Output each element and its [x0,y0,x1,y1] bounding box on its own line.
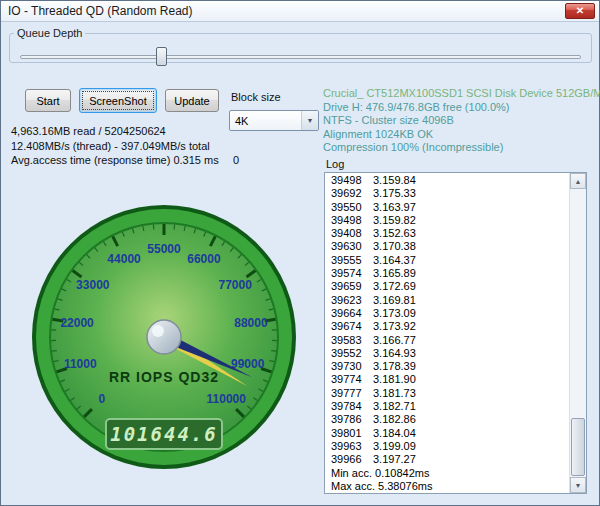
queue-depth-group: Queue Depth [9,27,592,63]
svg-text:0: 0 [98,392,105,406]
drive-title: Crucial_ CT512MX100SSD1 SCSI Disk Device… [323,87,600,101]
gauge-caption: RR IOPS QD32 [109,369,219,385]
slider-track[interactable] [20,55,581,59]
log-row[interactable]: 395503.163.97 [326,201,569,214]
block-size-select[interactable]: 4K ▼ [229,110,319,131]
slider-thumb[interactable] [156,47,167,66]
svg-text:11000: 11000 [64,357,97,371]
stat-bytes-read: 4,963.16MB read / 5204250624 [11,124,219,139]
log-row[interactable]: 395523.164.93 [326,347,569,360]
log-row[interactable]: 395553.164.37 [326,254,569,267]
block-size-label: Block size [231,91,281,103]
update-button[interactable]: Update [165,89,219,112]
svg-text:77000: 77000 [219,278,253,292]
log-row[interactable]: 394983.159.84 [326,174,569,187]
gauge-hub [147,320,181,354]
svg-text:22000: 22000 [60,316,94,330]
log-row[interactable]: 394983.159.82 [326,214,569,227]
log-summary-row[interactable]: Min acc. 0.10842ms [326,467,569,480]
log-row[interactable]: 396743.173.92 [326,320,569,333]
log-row[interactable]: 398013.184.04 [326,427,569,440]
screenshot-button[interactable]: ScreenShot [79,88,157,113]
log-row[interactable]: 399633.199.09 [326,440,569,453]
scroll-down-icon[interactable]: ▼ [570,477,586,493]
drive-detail-line: Drive H: 476.9/476.8GB free (100.0%) [323,101,600,115]
svg-text:55000: 55000 [147,242,181,256]
close-button[interactable]: ✕ [565,3,595,19]
svg-text:44000: 44000 [107,252,141,266]
svg-text:66000: 66000 [187,252,221,266]
queue-depth-slider[interactable] [16,46,585,68]
log-row[interactable]: 397303.178.39 [326,360,569,373]
log-listbox[interactable]: 394983.159.84396923.175.33395503.163.973… [324,172,587,494]
drive-detail-line: Compression 100% (Incompressible) [323,141,600,155]
log-scrollbar[interactable]: ▲ ▼ [569,173,586,493]
log-list: 394983.159.84396923.175.33395503.163.973… [326,174,569,492]
gauge-lcd-value: 101644.6 [110,423,218,445]
log-summary-row[interactable]: Max acc. 5.38076ms [326,480,569,492]
log-row[interactable]: 396643.173.09 [326,307,569,320]
svg-text:33000: 33000 [76,278,110,292]
log-row[interactable]: 397743.181.90 [326,373,569,386]
log-row[interactable]: 397773.181.73 [326,387,569,400]
svg-text:110000: 110000 [207,392,247,406]
gauge-hub-highlight [152,325,164,337]
run-stats: 4,963.16MB read / 5204250624 12.408MB/s … [11,124,219,168]
svg-text:88000: 88000 [234,316,268,330]
drive-detail-line: Alignment 1024KB OK [323,128,600,142]
chevron-down-icon[interactable]: ▼ [301,111,318,130]
window-title: IO - Threaded QD (Random Read) [8,4,565,18]
iops-gauge: 0110002200033000440005500066000770008800… [31,204,297,470]
queue-depth-label: Queue Depth [14,27,85,39]
stat-avg-access-time: Avg.access time (response time) 0.315 ms [11,153,219,168]
scroll-up-icon[interactable]: ▲ [570,173,586,189]
scrollbar-thumb[interactable] [571,418,585,476]
title-bar[interactable]: IO - Threaded QD (Random Read) ✕ [1,1,599,22]
log-label: Log [326,158,344,170]
close-icon: ✕ [576,5,584,16]
app-window: IO - Threaded QD (Random Read) ✕ Queue D… [0,0,600,506]
start-button[interactable]: Start [25,89,71,112]
log-row[interactable]: 394083.152.63 [326,227,569,240]
log-row[interactable]: 397863.182.86 [326,413,569,426]
log-row[interactable]: 399663.197.27 [326,453,569,466]
block-size-value: 4K [235,115,248,127]
drive-detail-line: NTFS - Cluster size 4096B [323,114,600,128]
log-row[interactable]: 395743.165.89 [326,267,569,280]
log-row[interactable]: 397843.182.71 [326,400,569,413]
log-row[interactable]: 396593.172.69 [326,280,569,293]
drive-info: Crucial_ CT512MX100SSD1 SCSI Disk Device… [323,87,600,155]
stat-throughput: 12.408MB/s (thread) - 397.049MB/s total [11,139,219,154]
log-row[interactable]: 396233.169.81 [326,294,569,307]
log-row[interactable]: 396303.170.38 [326,240,569,253]
log-row[interactable]: 395833.166.77 [326,334,569,347]
stat-counter: 0 [233,154,239,166]
log-row[interactable]: 396923.175.33 [326,187,569,200]
